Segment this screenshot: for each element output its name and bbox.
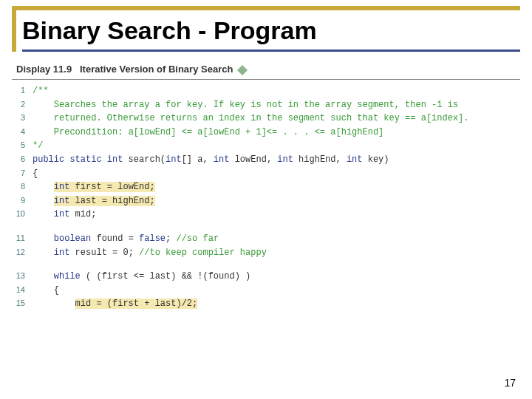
line-number: 7 [12, 167, 33, 180]
comment-text: //to keep compiler happy [139, 248, 267, 258]
title-frame: Binary Search - Program [12, 6, 520, 52]
code-text: int mid; [33, 208, 96, 222]
code-line: 6public static int search(int[] a, int l… [12, 153, 520, 167]
code-token: search( [123, 154, 166, 165]
code-text: Precondition: a[lowEnd] <= a[lowEnd + 1]… [33, 126, 383, 140]
code-token: ; [166, 233, 176, 244]
keyword-text: public static int [33, 154, 123, 165]
code-line: 12 int result = 0; //to keep compiler ha… [12, 246, 520, 260]
code-token: last = highEnd; [69, 196, 154, 206]
keyword-text: int [347, 154, 363, 165]
keyword-text: int [214, 154, 230, 165]
line-number: 14 [12, 284, 33, 296]
comment-text: /** [33, 86, 49, 96]
code-text: /** [33, 84, 49, 98]
code-text: mid = (first + last)/2; [33, 297, 197, 311]
keyword-text: int [166, 154, 182, 165]
code-text: { [33, 284, 59, 298]
display-header: Display 11.9 Iterative Version of Binary… [12, 55, 520, 80]
line-number: 6 [12, 153, 33, 166]
line-number: 10 [12, 208, 33, 220]
line-number: 11 [12, 232, 33, 245]
line-number: 1 [12, 84, 33, 97]
code-line: 4 Precondition: a[lowEnd] <= a[lowEnd + … [12, 126, 520, 140]
line-number: 9 [12, 194, 33, 207]
keyword-text: int [54, 248, 70, 258]
keyword-text: int [54, 209, 70, 219]
code-line: 2 Searches the array a for key. If key i… [12, 98, 520, 112]
keyword-text: while [54, 271, 81, 282]
line-number: 2 [12, 98, 33, 111]
code-token: key) [363, 154, 389, 165]
code-text: Searches the array a for key. If key is … [33, 98, 458, 112]
code-text: while ( (first <= last) && !(found) ) [33, 270, 250, 284]
code-listing: 1/**2 Searches the array a for key. If k… [12, 80, 520, 311]
diamond-icon [237, 64, 248, 75]
keyword-text: false [139, 233, 166, 244]
line-number: 5 [12, 139, 33, 151]
line-number: 8 [12, 180, 33, 193]
slide-title: Binary Search - Program [22, 16, 520, 52]
keyword-text: boolean [54, 233, 91, 244]
line-number: 4 [12, 126, 33, 138]
code-line: 7{ [12, 167, 520, 181]
comment-text: Precondition: a[lowEnd] <= a[lowEnd + 1]… [54, 127, 383, 137]
code-token: ( (first <= last) && !(found) ) [81, 271, 250, 282]
line-number: 12 [12, 246, 33, 259]
code-text: returned. Otherwise returns an index in … [33, 112, 469, 126]
code-text: int first = lowEnd; [33, 180, 155, 194]
code-line: 3 returned. Otherwise returns an index i… [12, 112, 520, 126]
line-number: 13 [12, 270, 33, 282]
code-line: 13 while ( (first <= last) && !(found) ) [12, 270, 520, 284]
code-text: boolean found = false; //so far [33, 232, 219, 246]
code-token: first = lowEnd; [69, 182, 154, 192]
line-number: 15 [12, 297, 33, 310]
comment-text: Searches the array a for key. If key is … [54, 100, 458, 110]
code-token: mid = (first + last)/2; [75, 299, 198, 309]
code-line: 5*/ [12, 139, 520, 153]
code-line: 10 int mid; [12, 208, 520, 222]
code-token: { [54, 285, 59, 296]
code-text: int last = highEnd; [33, 194, 155, 208]
keyword-text: int [277, 154, 293, 165]
display-label: Display 11.9 [16, 64, 72, 75]
slide: Binary Search - Program Display 11.9 Ite… [0, 0, 532, 399]
code-token: [] a, [182, 154, 214, 165]
code-line: 14 { [12, 284, 520, 298]
code-text: public static int search(int[] a, int lo… [33, 153, 389, 167]
code-token: lowEnd, [229, 154, 277, 165]
page-number: 17 [504, 377, 516, 389]
code-line: 8 int first = lowEnd; [12, 180, 520, 194]
line-number: 3 [12, 112, 33, 124]
code-text: */ [33, 139, 43, 153]
code-token: highEnd, [293, 154, 347, 165]
code-line: 15 mid = (first + last)/2; [12, 297, 520, 311]
comment-text: //so far [176, 233, 219, 244]
code-token: mid; [69, 209, 96, 219]
code-text: int result = 0; //to keep compiler happy [33, 246, 267, 260]
code-token: result = 0; [69, 248, 139, 258]
code-token: found = [91, 233, 139, 244]
display-title: Iterative Version of Binary Search [80, 64, 233, 75]
code-line: 11 boolean found = false; //so far [12, 232, 520, 246]
code-text: { [33, 167, 38, 181]
code-line: 9 int last = highEnd; [12, 194, 520, 208]
comment-text: returned. Otherwise returns an index in … [54, 113, 469, 123]
blank-line [12, 259, 520, 270]
keyword-text: int [54, 196, 70, 206]
blank-line [12, 222, 520, 232]
comment-text: */ [33, 140, 43, 151]
code-token: { [33, 168, 38, 179]
code-line: 1/** [12, 84, 520, 98]
keyword-text: int [54, 182, 70, 192]
